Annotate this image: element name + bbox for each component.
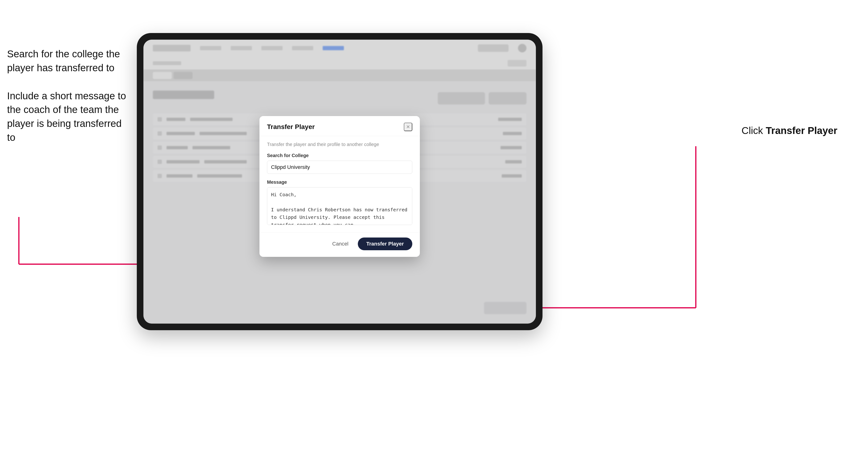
transfer-player-modal: Transfer Player × Transfer the player an… <box>259 116 420 257</box>
cancel-button[interactable]: Cancel <box>328 238 353 250</box>
message-label: Message <box>267 180 412 185</box>
modal-header: Transfer Player × <box>259 116 420 136</box>
modal-title: Transfer Player <box>267 123 315 131</box>
modal-footer: Cancel Transfer Player <box>259 232 420 257</box>
modal-close-button[interactable]: × <box>404 123 412 131</box>
annotation-text-search: Search for the college the player has tr… <box>7 47 130 75</box>
modal-description: Transfer the player and their profile to… <box>267 142 412 147</box>
tablet-frame: Transfer Player × Transfer the player an… <box>137 33 542 330</box>
tablet-screen: Transfer Player × Transfer the player an… <box>144 40 536 323</box>
search-college-label: Search for College <box>267 153 412 158</box>
modal-body: Transfer the player and their profile to… <box>259 136 420 232</box>
annotation-right: Click Transfer Player <box>742 125 837 136</box>
transfer-player-button[interactable]: Transfer Player <box>358 238 412 250</box>
annotation-right-text: Click Transfer Player <box>742 125 837 136</box>
annotation-left-top: Search for the college the player has tr… <box>7 47 130 159</box>
modal-overlay: Transfer Player × Transfer the player an… <box>144 40 536 323</box>
search-college-input[interactable] <box>267 161 412 174</box>
annotation-text-message: Include a short message to the coach of … <box>7 89 130 145</box>
message-textarea[interactable] <box>267 187 412 225</box>
